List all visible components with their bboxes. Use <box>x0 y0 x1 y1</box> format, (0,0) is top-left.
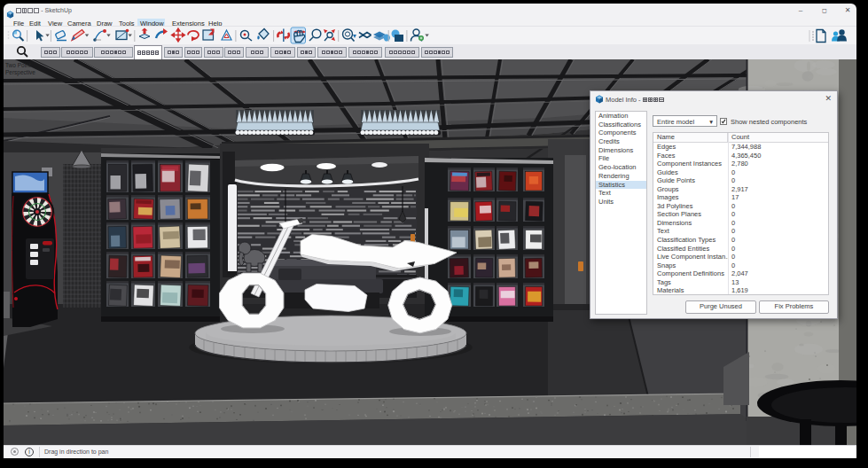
svg-text:Two Point: Two Point <box>5 62 31 68</box>
svg-text:Perspective: Perspective <box>5 69 35 76</box>
